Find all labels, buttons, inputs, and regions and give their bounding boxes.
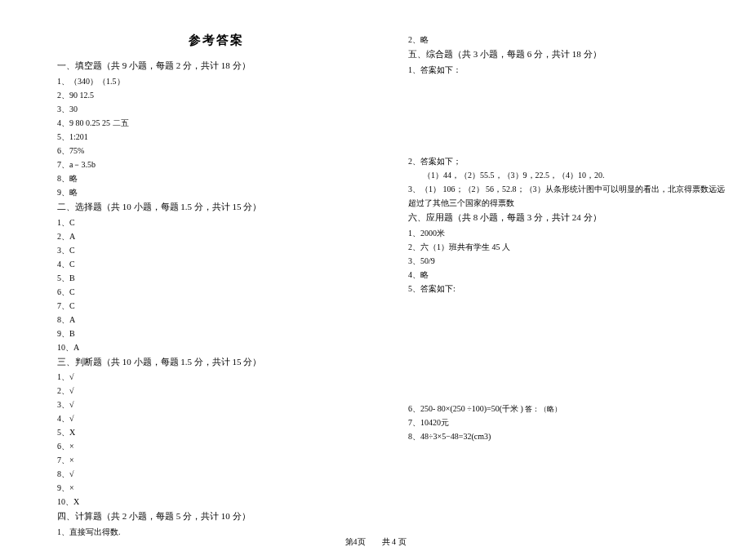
- section4-header: 四、计算题（共 2 小题，每题 5 分，共计 10 分）: [57, 509, 376, 525]
- s6-item: 3、50/9: [408, 254, 727, 268]
- s6-item: 7、10420元: [408, 416, 727, 429]
- blank-spacer: [408, 296, 727, 402]
- s3-item: 5、X: [57, 425, 376, 439]
- s6-item: 1、2000米: [408, 226, 727, 240]
- s6-item6-main: 6、250- 80×(250 ÷100)=50(千米 ): [408, 404, 523, 413]
- s6-item: 5、答案如下:: [408, 282, 727, 296]
- s6-item6: 6、250- 80×(250 ÷100)=50(千米 ) 答：（略）: [408, 402, 727, 416]
- s3-item: 10、X: [57, 495, 376, 509]
- page-container: 参考答案 一、填空题（共 9 小题，每题 2 分，共计 18 分） 1、（340…: [0, 0, 751, 555]
- s1-item: 7、a－3.5b: [57, 158, 376, 171]
- s2-item: 6、C: [57, 285, 376, 299]
- section6-header: 六、应用题（共 8 小题，每题 3 分，共计 24 分）: [408, 210, 727, 226]
- s3-item: 8、√: [57, 467, 376, 481]
- s3-item: 6、×: [57, 439, 376, 453]
- s2-item: 5、B: [57, 271, 376, 285]
- s2-item: 10、A: [57, 340, 376, 354]
- s6-item: 8、48÷3×5−48=32(cm3): [408, 429, 727, 443]
- section1-header: 一、填空题（共 9 小题，每题 2 分，共计 18 分）: [57, 58, 376, 74]
- blank-spacer: [408, 77, 727, 154]
- s6-item: 4、略: [408, 268, 727, 282]
- s1-item: 4、9 80 0.25 25 二五: [57, 116, 376, 130]
- s6-item6-note: 答：（略）: [523, 405, 562, 413]
- document-title: 参考答案: [57, 33, 376, 48]
- section3-header: 三、判断题（共 10 小题，每题 1.5 分，共计 15 分）: [57, 354, 376, 371]
- s3-item: 4、√: [57, 411, 376, 425]
- s3-item: 2、√: [57, 384, 376, 398]
- right-column: 2、略 五、综合题（共 3 小题，每题 6 分，共计 18 分） 1、答案如下：…: [408, 33, 727, 539]
- s2-item: 3、C: [57, 243, 376, 257]
- s1-item: 9、略: [57, 185, 376, 199]
- s5-item: 1、答案如下：: [408, 63, 727, 77]
- s1-item: 1、（340）（1.5）: [57, 74, 376, 88]
- pre-section-item: 2、略: [408, 33, 727, 47]
- s3-item: 9、×: [57, 481, 376, 495]
- s2-item: 9、B: [57, 327, 376, 340]
- section2-header: 二、选择题（共 10 小题，每题 1.5 分，共计 15 分）: [57, 199, 376, 216]
- s1-item: 2、90 12.5: [57, 88, 376, 102]
- s2-item: 8、A: [57, 313, 376, 327]
- s1-item: 8、略: [57, 171, 376, 185]
- s3-item: 7、×: [57, 453, 376, 467]
- s2-item: 1、C: [57, 216, 376, 229]
- s2-item: 2、A: [57, 229, 376, 243]
- s2-item: 4、C: [57, 257, 376, 271]
- s3-item: 1、√: [57, 370, 376, 384]
- section5-header: 五、综合题（共 3 小题，每题 6 分，共计 18 分）: [408, 47, 727, 63]
- s1-item: 6、75%: [57, 144, 376, 158]
- s5-item3: 3、（1） 106；（2） 56，52.8；（3）从条形统计图中可以明显的看出，…: [408, 182, 727, 210]
- s3-item: 3、√: [57, 398, 376, 411]
- s6-item: 2、六（1）班共有学生 45 人: [408, 240, 727, 254]
- s2-item: 7、C: [57, 299, 376, 313]
- page-footer: 第4页 共 4 页: [0, 536, 751, 548]
- s1-item: 5、1:201: [57, 130, 376, 144]
- s5-item2-detail: （1）44，（2）55.5，（3）9，22.5，（4）10，20.: [408, 168, 727, 182]
- left-column: 参考答案 一、填空题（共 9 小题，每题 2 分，共计 18 分） 1、（340…: [57, 33, 376, 539]
- s5-item2-header: 2、答案如下；: [408, 154, 727, 168]
- s1-item: 3、30: [57, 102, 376, 116]
